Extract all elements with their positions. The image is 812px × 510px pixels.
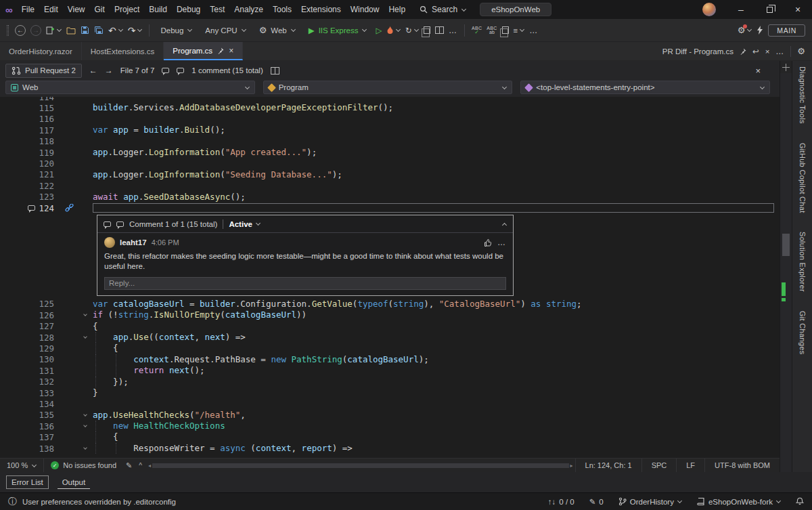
next-comment-icon[interactable] [177, 68, 184, 73]
search-menu[interactable]: Search [420, 5, 466, 14]
tab-orderhistory-razor[interactable]: OrderHistory.razor [0, 42, 82, 60]
fold-chevron-icon[interactable] [83, 423, 87, 427]
code-line-138[interactable]: 138 ResponseWriter = async (context, rep… [0, 443, 780, 454]
line-ending[interactable]: LF [676, 459, 704, 472]
code-line-134[interactable]: 134 [0, 398, 780, 409]
menu-git[interactable]: Git [90, 0, 110, 19]
pending-edits[interactable]: ✎0 [589, 497, 604, 507]
code-line-128[interactable]: 128 app.Use((context, next) => [0, 332, 780, 343]
tab-output[interactable]: Output [58, 476, 91, 489]
next-file-button[interactable]: → [105, 66, 113, 75]
restore-button[interactable] [755, 0, 784, 19]
like-button[interactable] [484, 238, 493, 247]
scrollbar-thumb[interactable] [152, 463, 568, 468]
code-line-114[interactable]: 114 [0, 97, 780, 102]
menu-analyze[interactable]: Analyze [229, 0, 268, 19]
line-options-button[interactable]: ≡ [514, 26, 525, 35]
code-line-119[interactable]: 119app.Logger.LogInformation("App create… [0, 147, 780, 158]
reply-input[interactable] [104, 277, 506, 290]
branch-main-button[interactable]: MAIN [768, 24, 805, 37]
comment-marker-icon[interactable] [28, 205, 35, 211]
split-editor-handle[interactable] [780, 61, 792, 73]
member-dropdown[interactable]: <top-level-statements-entry-point> [520, 81, 770, 94]
next-comment-icon[interactable] [116, 221, 124, 227]
side-tab-diagnostic-tools[interactable]: Diagnostic Tools [798, 66, 807, 124]
solution-name-box[interactable]: eShopOnWeb [480, 3, 551, 16]
code-line-127[interactable]: 127{ [0, 321, 780, 332]
code-line-126[interactable]: 126if (!string.IsNullOrEmpty(catalogBase… [0, 310, 780, 320]
file-encoding[interactable]: UTF-8 with BOM [704, 459, 780, 472]
startup-profile-dropdown[interactable]: ⚙Web [255, 24, 300, 36]
run-button[interactable]: ▶IIS Express [304, 24, 371, 37]
vertical-scrollbar[interactable] [780, 61, 792, 472]
code-line-123[interactable]: 123await app.SeedDatabaseAsync(); [0, 192, 780, 203]
menu-tools[interactable]: Tools [268, 0, 296, 19]
collapse-thread-icon[interactable] [502, 223, 507, 228]
close-button[interactable]: × [784, 0, 812, 19]
code-line-115[interactable]: 115builder.Services.AddDatabaseDeveloper… [0, 102, 780, 113]
menu-view[interactable]: View [63, 0, 90, 19]
menu-debug[interactable]: Debug [172, 0, 205, 19]
platform-dropdown[interactable]: Any CPU [201, 25, 250, 36]
toolbar-grip[interactable] [7, 25, 9, 36]
minimize-button[interactable]: – [727, 0, 755, 19]
pin-icon[interactable] [217, 47, 224, 54]
issues-indicator[interactable]: ✓No issues found [44, 461, 123, 469]
branch-picker[interactable]: OrderHistory [618, 497, 682, 506]
menu-extensions[interactable]: Extensions [296, 0, 346, 19]
previous-comment-icon[interactable] [162, 68, 169, 73]
diff-layout-icon[interactable] [271, 67, 279, 75]
user-avatar[interactable] [702, 3, 716, 16]
side-tab-github-copilot-chat[interactable]: GitHub Copilot Chat [798, 143, 807, 213]
close-tab-icon[interactable]: × [229, 46, 233, 56]
code-line-129[interactable]: 129 { [0, 343, 780, 354]
tab-hostextensions-cs[interactable]: HostExtensions.cs [82, 42, 164, 60]
code-line-136[interactable]: 136 new HealthCheckOptions [0, 421, 780, 431]
cursor-position[interactable]: Ln: 124, Ch: 1 [575, 459, 641, 472]
code-line-133[interactable]: 133} [0, 387, 780, 398]
redo-button[interactable]: ↷ [128, 26, 143, 35]
new-project-button[interactable] [46, 26, 62, 35]
start-without-debugging-button[interactable]: ▷ [376, 26, 382, 35]
type-dropdown[interactable]: Program [263, 81, 513, 94]
code-line-117[interactable]: 117var app = builder.Build(); [0, 125, 780, 135]
scrollbar-track[interactable] [780, 73, 792, 472]
menu-edit[interactable]: Edit [39, 0, 63, 19]
save-all-button[interactable] [94, 26, 104, 35]
side-tab-solution-explorer[interactable]: Solution Explorer [798, 232, 807, 292]
code-line-118[interactable]: 118 [0, 136, 780, 147]
menu-help[interactable]: Help [384, 0, 410, 19]
collapse-caret-icon[interactable]: ^ [139, 462, 142, 469]
menu-build[interactable]: Build [144, 0, 172, 19]
horizontal-scrollbar[interactable]: ◂ ▸ [146, 459, 575, 472]
code-line-124[interactable]: 124 [0, 203, 780, 213]
thread-status-dropdown[interactable]: Active [229, 220, 261, 228]
previous-comment-icon[interactable] [104, 221, 111, 227]
code-line-131[interactable]: 131 return next(); [0, 365, 780, 376]
code-line-120[interactable]: 120 [0, 158, 780, 169]
preview-tab-label[interactable]: PR Diff - Program.cs [662, 47, 734, 56]
notifications-bell[interactable] [796, 497, 804, 506]
open-folder-button[interactable] [66, 26, 76, 35]
menu-window[interactable]: Window [346, 0, 384, 19]
code-line-121[interactable]: 121app.Logger.LogInformation("Seeding Da… [0, 169, 780, 180]
close-preview-icon[interactable]: × [765, 47, 770, 56]
menu-file[interactable]: File [17, 0, 39, 19]
code-line-125[interactable]: 125var catalogBaseUrl = builder.Configur… [0, 299, 780, 310]
find-in-files-button[interactable] [424, 26, 430, 34]
configuration-dropdown[interactable]: Debug [156, 25, 196, 36]
tab-error-list[interactable]: Error List [7, 476, 48, 488]
sync-status[interactable]: ↑↓0 / 0 [548, 498, 574, 506]
fold-chevron-icon[interactable] [83, 335, 87, 339]
send-feedback-button[interactable] [757, 26, 763, 35]
edit-marker-icon[interactable]: ✎ [126, 461, 132, 470]
comment-more-button[interactable]: … [497, 238, 506, 247]
scrollbar-thumb[interactable] [782, 234, 790, 256]
hot-reload-button[interactable] [386, 26, 401, 35]
more-options-icon[interactable]: … [775, 47, 784, 56]
code-line-130[interactable]: 130 context.Request.PathBase = new PathS… [0, 354, 780, 365]
tab-program-cs[interactable]: Program.cs × [164, 42, 243, 60]
menu-test[interactable]: Test [205, 0, 229, 19]
fold-chevron-icon[interactable] [83, 412, 87, 417]
code-line-137[interactable]: 137 { [0, 431, 780, 442]
